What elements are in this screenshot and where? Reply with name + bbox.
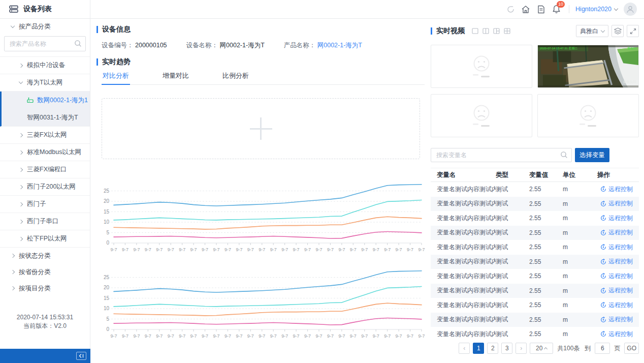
chevron-down-icon bbox=[601, 28, 605, 33]
variable-search-bar: 选择变量 bbox=[431, 148, 639, 162]
remote-control-link[interactable]: 远程控制 bbox=[600, 243, 633, 252]
remote-control-link[interactable]: 远程控制 bbox=[600, 199, 633, 208]
svg-text:9-7: 9-7 bbox=[350, 334, 357, 339]
svg-text:9-7: 9-7 bbox=[110, 334, 117, 339]
remote-control-icon bbox=[600, 244, 606, 250]
sidebar-item-product[interactable]: 标准Modbus以太网 bbox=[0, 144, 90, 161]
layout-3-icon[interactable] bbox=[493, 28, 500, 34]
right-panel: 实时视频 典雅白 2020-07-14 15:47:3 bbox=[431, 19, 639, 363]
svg-text:9-7: 9-7 bbox=[145, 247, 151, 252]
device-info-field: 设备编号： 200000105 bbox=[102, 41, 167, 50]
svg-text:9-7: 9-7 bbox=[247, 247, 254, 252]
refresh-button[interactable] bbox=[503, 5, 518, 14]
goto-page-input[interactable] bbox=[595, 343, 610, 354]
sidebar-item-product[interactable]: 模拟中冶设备 bbox=[0, 57, 90, 74]
select-variable-button[interactable]: 选择变量 bbox=[575, 148, 609, 162]
sidebar-item-product[interactable]: 松下FP以太网 bbox=[0, 230, 90, 248]
remote-control-link[interactable]: 远程控制 bbox=[600, 286, 633, 295]
theme-select[interactable]: 典雅白 bbox=[576, 25, 608, 37]
sidebar-item-device-selected[interactable]: 数网0002-1-海为1 bbox=[2, 92, 90, 109]
layout-4-icon[interactable] bbox=[504, 28, 510, 34]
svg-text:9-7: 9-7 bbox=[236, 334, 242, 339]
remote-control-link[interactable]: 远程控制 bbox=[600, 214, 633, 223]
remote-control-link[interactable]: 远程控制 bbox=[600, 272, 633, 281]
sidebar-group-by-product[interactable]: 按产品分类 bbox=[0, 19, 90, 34]
user-menu[interactable]: Hignton2020 bbox=[575, 6, 618, 13]
svg-text:20: 20 bbox=[104, 198, 110, 204]
sidebar-item-product[interactable]: 三菱FX编程口 bbox=[0, 161, 90, 178]
chevron-right-icon bbox=[11, 286, 15, 290]
cell-variable-name: 变量名测试内容测试内容 bbox=[431, 199, 496, 208]
sidebar-group[interactable]: 按省份分类 bbox=[0, 264, 90, 280]
page-size-select[interactable]: 20 bbox=[530, 343, 553, 354]
go-button[interactable]: GO bbox=[624, 343, 639, 354]
chevron-right-icon bbox=[11, 270, 15, 274]
tab-2[interactable]: 比例分析 bbox=[221, 70, 250, 85]
tab-0[interactable]: 对比分析 bbox=[102, 70, 130, 85]
sidebar-item-product[interactable]: 三菱FX以太网 bbox=[0, 127, 90, 144]
product-search-input[interactable] bbox=[4, 36, 86, 51]
remote-control-icon bbox=[600, 288, 606, 294]
svg-text:9-7: 9-7 bbox=[396, 334, 402, 339]
page-button-1[interactable]: 1 bbox=[473, 343, 484, 354]
home-button[interactable] bbox=[518, 5, 533, 14]
svg-text:9-7: 9-7 bbox=[418, 334, 425, 339]
sidebar-item-product[interactable]: 西门子200以太网 bbox=[0, 178, 90, 196]
page-button-2[interactable]: 2 bbox=[487, 343, 498, 354]
remote-control-link[interactable]: 远程控制 bbox=[600, 228, 633, 237]
fullscreen-button[interactable] bbox=[627, 25, 639, 37]
sidebar-item-product[interactable]: 西门子串口 bbox=[0, 213, 90, 230]
sidebar-collapse-button[interactable] bbox=[76, 352, 86, 360]
layers-button[interactable] bbox=[611, 25, 624, 37]
device-online-icon bbox=[27, 97, 34, 103]
remote-control-link[interactable]: 远程控制 bbox=[600, 301, 633, 310]
video-cell-2-live[interactable]: 2020-07-14 15:47:31 星期二 通道01 摄像头01 bbox=[537, 45, 639, 88]
sidebar-tree: 模拟中冶设备 海为T以太网数网0002-1-海为1智网0031-1-海为T 三菱… bbox=[0, 57, 90, 248]
sidebar-item-product[interactable]: 西门子 bbox=[0, 196, 90, 213]
video-cell-3[interactable] bbox=[431, 94, 532, 137]
page-unit-label: 页 bbox=[614, 344, 620, 353]
avatar[interactable] bbox=[624, 3, 637, 16]
layout-2-icon[interactable] bbox=[482, 28, 489, 34]
notifications-button[interactable]: 10 bbox=[549, 5, 564, 14]
layout-1-icon[interactable] bbox=[472, 28, 478, 34]
remote-control-link[interactable]: 远程控制 bbox=[600, 330, 633, 339]
sidebar-selected-group: 数网0002-1-海为1智网0031-1-海为T bbox=[0, 92, 90, 127]
sidebar-group[interactable]: 按项目分类 bbox=[0, 280, 90, 296]
svg-text:9-7: 9-7 bbox=[361, 334, 368, 339]
remote-control-icon bbox=[600, 317, 606, 323]
svg-text:9-7: 9-7 bbox=[373, 334, 379, 339]
svg-text:9-7: 9-7 bbox=[281, 247, 288, 252]
video-cell-1[interactable] bbox=[431, 45, 532, 88]
add-variable-dropzone[interactable] bbox=[102, 98, 420, 159]
sidebar-item-product[interactable]: 海为T以太网 bbox=[0, 74, 90, 92]
remote-control-link[interactable]: 远程控制 bbox=[600, 185, 633, 194]
product-name-link[interactable]: 网0002-1-海为T bbox=[317, 42, 362, 49]
document-button[interactable] bbox=[533, 5, 549, 14]
video-cell-4[interactable] bbox=[537, 94, 639, 137]
table-row: 变量名测试内容测试内容 测试 2.55 m 远程控制 bbox=[431, 197, 639, 211]
collapse-icon bbox=[78, 353, 84, 358]
prev-page-button[interactable]: ‹ bbox=[459, 343, 470, 354]
notification-badge: 10 bbox=[557, 1, 565, 8]
cell-type: 测试 bbox=[496, 243, 529, 252]
layers-icon bbox=[614, 27, 622, 35]
next-page-button[interactable]: › bbox=[516, 343, 527, 354]
cell-value: 2.55 bbox=[529, 186, 563, 193]
remote-control-link[interactable]: 远程控制 bbox=[600, 257, 633, 266]
document-icon bbox=[537, 5, 545, 14]
cell-variable-name: 变量名测试内容测试内容 bbox=[431, 185, 496, 194]
variable-search-input[interactable] bbox=[431, 148, 572, 162]
page-button-3[interactable]: 3 bbox=[501, 343, 512, 354]
video-section-header: 实时视频 典雅白 bbox=[431, 25, 639, 37]
tab-1[interactable]: 增量对比 bbox=[162, 70, 190, 85]
sidebar-item-device[interactable]: 智网0031-1-海为T bbox=[2, 109, 90, 126]
cell-unit: m bbox=[563, 215, 590, 222]
svg-text:9-7: 9-7 bbox=[179, 247, 185, 252]
sidebar-group[interactable]: 按状态分类 bbox=[0, 248, 90, 264]
remote-control-link[interactable]: 远程控制 bbox=[600, 315, 633, 324]
svg-text:9-7: 9-7 bbox=[327, 334, 334, 339]
svg-text:9-7: 9-7 bbox=[213, 247, 219, 252]
cell-variable-name: 变量名测试内容测试内容 bbox=[431, 301, 496, 310]
search-icon bbox=[74, 40, 82, 47]
